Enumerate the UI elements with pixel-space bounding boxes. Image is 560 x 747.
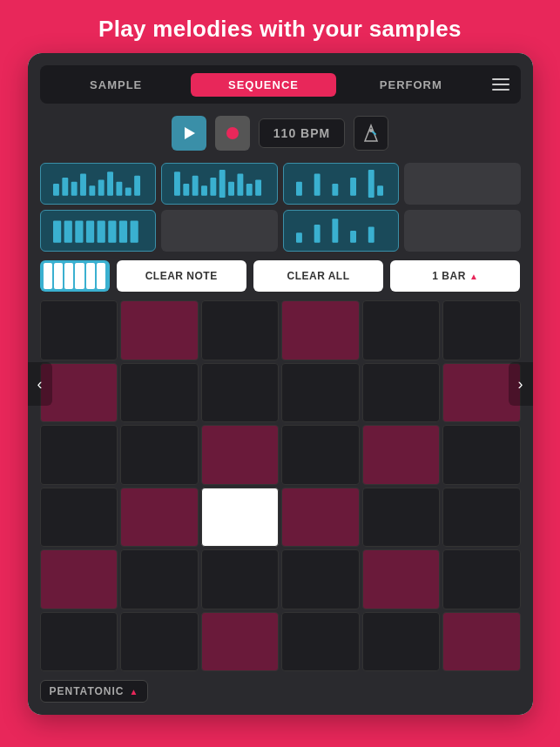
- menu-line-1: [492, 78, 509, 80]
- step-cell-0-4[interactable]: [362, 300, 441, 360]
- step-cell-2-3[interactable]: [281, 425, 360, 485]
- scale-label: PENTATONIC: [50, 685, 125, 697]
- pattern-cell-0[interactable]: [40, 163, 157, 205]
- svg-rect-26: [314, 174, 320, 196]
- pattern-cell-2[interactable]: [283, 163, 400, 205]
- step-cell-3-4[interactable]: [362, 488, 441, 548]
- svg-rect-25: [296, 182, 302, 196]
- step-cell-0-3[interactable]: [281, 300, 360, 360]
- step-cell-3-2[interactable]: [201, 488, 280, 548]
- svg-rect-35: [97, 221, 105, 243]
- pattern-cell-4[interactable]: [40, 210, 157, 252]
- svg-rect-42: [350, 231, 356, 243]
- svg-rect-41: [332, 219, 338, 243]
- svg-rect-22: [237, 174, 243, 196]
- pattern-cell-5[interactable]: [161, 210, 278, 252]
- svg-rect-37: [118, 221, 126, 243]
- svg-marker-0: [185, 127, 195, 139]
- piano-key-2: [54, 263, 63, 289]
- scroll-left-arrow[interactable]: ‹: [28, 362, 52, 406]
- piano-mini[interactable]: [40, 260, 110, 292]
- pattern-cell-3[interactable]: [404, 163, 521, 205]
- menu-button[interactable]: [485, 69, 516, 100]
- clear-all-button[interactable]: CLEAR ALL: [253, 260, 383, 292]
- svg-rect-12: [116, 182, 122, 196]
- svg-rect-19: [210, 178, 216, 196]
- step-cell-4-1[interactable]: [120, 549, 199, 609]
- menu-line-3: [492, 89, 509, 91]
- step-cell-4-2[interactable]: [201, 549, 280, 609]
- bpm-display[interactable]: 110 BPM: [259, 118, 345, 148]
- svg-rect-39: [296, 232, 302, 243]
- svg-rect-10: [98, 179, 104, 195]
- svg-point-4: [369, 129, 373, 132]
- svg-rect-7: [71, 182, 77, 196]
- step-cell-1-4[interactable]: [362, 363, 441, 423]
- step-cell-5-1[interactable]: [120, 612, 199, 672]
- piano-key-6: [97, 263, 105, 289]
- record-button[interactable]: [215, 116, 250, 151]
- step-cell-5-0[interactable]: [40, 612, 118, 672]
- svg-rect-34: [85, 221, 93, 243]
- scroll-right-arrow[interactable]: ›: [509, 362, 533, 406]
- pattern-grid: [40, 163, 521, 252]
- step-cell-1-2[interactable]: [201, 363, 280, 423]
- svg-rect-6: [62, 178, 68, 196]
- tab-bar: SAMPLE SEQUENCE PERFORM: [40, 65, 521, 104]
- svg-rect-11: [107, 172, 113, 196]
- step-cell-1-3[interactable]: [281, 363, 360, 423]
- step-cell-4-3[interactable]: [281, 549, 360, 609]
- tab-perform[interactable]: PERFORM: [338, 73, 483, 97]
- svg-rect-24: [255, 179, 261, 195]
- step-cell-2-0[interactable]: [40, 425, 118, 485]
- step-cell-2-4[interactable]: [362, 425, 441, 485]
- svg-rect-31: [53, 221, 61, 243]
- step-cell-5-5[interactable]: [442, 612, 521, 672]
- svg-rect-18: [201, 185, 207, 196]
- step-cell-2-1[interactable]: [120, 425, 199, 485]
- play-button[interactable]: [172, 116, 206, 151]
- tab-sequence[interactable]: SEQUENCE: [191, 73, 336, 97]
- piano-key-5: [86, 263, 95, 289]
- bar-selector-button[interactable]: 1 BAR ▲: [390, 260, 520, 292]
- svg-rect-33: [75, 221, 83, 243]
- pattern-cell-7[interactable]: [404, 210, 521, 252]
- svg-point-1: [226, 127, 239, 139]
- step-cell-2-2[interactable]: [201, 425, 280, 485]
- step-cell-1-1[interactable]: [120, 363, 199, 423]
- step-cell-4-4[interactable]: [362, 549, 441, 609]
- step-cell-0-0[interactable]: [40, 300, 118, 360]
- seq-controls: CLEAR NOTE CLEAR ALL 1 BAR ▲: [40, 260, 521, 292]
- svg-rect-29: [368, 170, 374, 198]
- metronome-button[interactable]: [354, 116, 388, 151]
- pattern-cell-1[interactable]: [161, 163, 278, 205]
- step-cell-4-0[interactable]: [40, 549, 118, 609]
- svg-rect-30: [377, 185, 383, 196]
- step-cell-5-2[interactable]: [201, 612, 280, 672]
- step-cell-3-0[interactable]: [40, 488, 118, 548]
- step-cell-5-3[interactable]: [281, 612, 360, 672]
- scale-selector[interactable]: PENTATONIC ▲: [40, 680, 149, 703]
- step-cell-3-1[interactable]: [120, 488, 199, 548]
- step-cell-4-5[interactable]: [442, 549, 521, 609]
- step-cell-0-5[interactable]: [442, 300, 521, 360]
- play-icon: [181, 125, 197, 141]
- step-cell-2-5[interactable]: [442, 425, 521, 485]
- svg-rect-43: [368, 226, 374, 242]
- svg-rect-36: [108, 221, 116, 243]
- clear-note-button[interactable]: CLEAR NOTE: [117, 260, 246, 292]
- step-cell-5-4[interactable]: [362, 612, 441, 672]
- step-cell-3-3[interactable]: [281, 488, 360, 548]
- bar-label: 1 BAR: [432, 270, 466, 282]
- piano-key-4: [75, 263, 84, 289]
- svg-rect-23: [246, 184, 253, 196]
- tab-sample[interactable]: SAMPLE: [44, 73, 189, 97]
- step-cell-0-1[interactable]: [120, 300, 199, 360]
- step-cell-0-2[interactable]: [201, 300, 280, 360]
- svg-rect-14: [134, 176, 140, 196]
- step-grid: [40, 300, 521, 671]
- pattern-cell-6[interactable]: [283, 210, 400, 252]
- step-cell-3-5[interactable]: [442, 488, 521, 548]
- record-icon: [226, 126, 240, 140]
- svg-rect-28: [350, 178, 356, 196]
